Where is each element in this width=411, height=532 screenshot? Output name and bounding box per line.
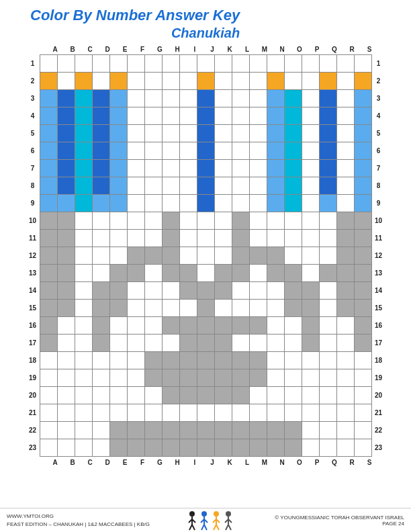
table-row bbox=[232, 247, 250, 265]
table-row bbox=[180, 387, 197, 404]
row-label-right-1: 1 bbox=[373, 54, 384, 72]
table-row bbox=[110, 352, 128, 369]
table-row bbox=[145, 247, 163, 265]
table-row bbox=[215, 195, 232, 212]
table-row bbox=[58, 282, 75, 300]
table-row bbox=[75, 160, 93, 177]
table-row bbox=[285, 352, 302, 369]
table-row bbox=[232, 142, 250, 160]
table-row bbox=[232, 107, 250, 125]
row-label-right-6: 6 bbox=[373, 142, 384, 159]
table-row bbox=[215, 212, 232, 230]
row-label-3: 3 bbox=[28, 89, 38, 107]
table-row bbox=[110, 55, 128, 73]
table-row bbox=[75, 177, 93, 195]
table-row bbox=[355, 73, 372, 90]
table-row bbox=[250, 317, 267, 335]
table-row bbox=[110, 90, 128, 107]
table-row bbox=[232, 387, 250, 404]
table-row bbox=[75, 90, 93, 107]
table-row bbox=[40, 90, 58, 107]
row-label-1: 1 bbox=[28, 54, 38, 72]
table-row bbox=[197, 230, 215, 247]
table-row bbox=[128, 73, 145, 90]
table-row bbox=[285, 282, 302, 300]
table-row bbox=[163, 422, 180, 439]
table-row bbox=[93, 247, 110, 265]
table-row bbox=[337, 160, 355, 177]
table-row bbox=[320, 73, 337, 90]
table-row bbox=[285, 125, 302, 142]
table-row bbox=[163, 335, 180, 352]
table-row bbox=[197, 422, 215, 439]
table-row bbox=[285, 265, 302, 282]
row-label-23: 23 bbox=[28, 439, 38, 456]
table-row bbox=[128, 439, 145, 457]
table-row bbox=[337, 195, 355, 212]
table-row bbox=[355, 282, 372, 300]
table-row bbox=[93, 177, 110, 195]
table-row bbox=[285, 300, 302, 317]
table-row bbox=[302, 195, 320, 212]
table-row bbox=[93, 90, 110, 107]
table-row bbox=[180, 404, 197, 422]
table-row bbox=[232, 404, 250, 422]
table-row bbox=[320, 212, 337, 230]
table-row bbox=[197, 195, 215, 212]
table-row bbox=[180, 352, 197, 369]
table-row bbox=[320, 335, 337, 352]
row-label-right-10: 10 bbox=[373, 212, 384, 229]
table-row bbox=[128, 107, 145, 125]
table-row bbox=[40, 195, 58, 212]
table-row bbox=[58, 73, 75, 90]
row-label-9: 9 bbox=[28, 194, 38, 212]
table-row bbox=[163, 125, 180, 142]
table-row bbox=[93, 422, 110, 439]
row-label-right-22: 22 bbox=[373, 421, 384, 439]
table-row bbox=[93, 404, 110, 422]
table-row bbox=[40, 300, 58, 317]
row-label-right-2: 2 bbox=[373, 72, 384, 89]
table-row bbox=[320, 195, 337, 212]
col-label-E: E bbox=[116, 44, 134, 54]
table-row bbox=[128, 177, 145, 195]
svg-point-18 bbox=[226, 511, 231, 517]
table-row bbox=[163, 282, 180, 300]
table-row bbox=[128, 142, 145, 160]
table-row bbox=[110, 142, 128, 160]
table-row bbox=[250, 422, 267, 439]
table-row bbox=[93, 55, 110, 73]
table-row bbox=[337, 265, 355, 282]
table-row bbox=[40, 107, 58, 125]
table-row bbox=[337, 404, 355, 422]
table-row bbox=[337, 125, 355, 142]
col-label-J: J bbox=[203, 44, 221, 54]
table-row bbox=[250, 160, 267, 177]
table-row bbox=[320, 247, 337, 265]
table-row bbox=[232, 335, 250, 352]
table-row bbox=[302, 369, 320, 387]
table-row bbox=[337, 55, 355, 73]
table-row bbox=[215, 230, 232, 247]
table-row bbox=[267, 160, 285, 177]
table-row bbox=[163, 90, 180, 107]
row-label-18: 18 bbox=[28, 351, 38, 369]
table-row bbox=[180, 107, 197, 125]
table-row bbox=[110, 247, 128, 265]
table-row bbox=[58, 247, 75, 265]
row-label-right-21: 21 bbox=[373, 404, 384, 421]
table-row bbox=[40, 230, 58, 247]
table-row bbox=[58, 55, 75, 73]
table-row bbox=[250, 265, 267, 282]
table-row bbox=[145, 230, 163, 247]
table-row bbox=[145, 177, 163, 195]
table-row bbox=[128, 352, 145, 369]
table-row bbox=[110, 335, 128, 352]
page-subtitle: Chanukiah bbox=[171, 26, 240, 41]
table-row bbox=[128, 265, 145, 282]
table-row bbox=[40, 73, 58, 90]
table-row bbox=[302, 55, 320, 73]
table-row bbox=[267, 230, 285, 247]
table-row bbox=[40, 369, 58, 387]
table-row bbox=[197, 55, 215, 73]
